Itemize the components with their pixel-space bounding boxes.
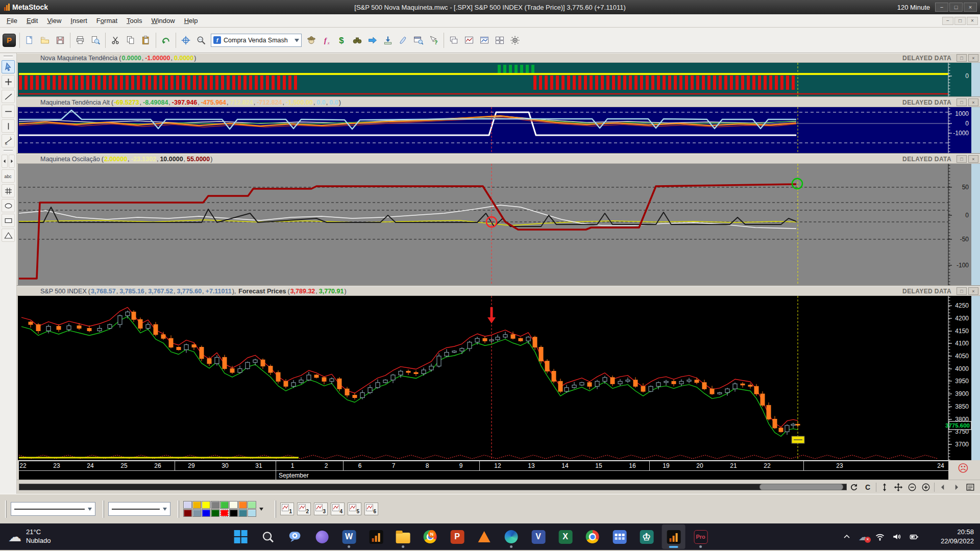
explorer-button[interactable] (304, 33, 319, 48)
menu-edit[interactable]: Edit (22, 15, 42, 26)
properties-button[interactable] (965, 482, 976, 493)
cascade-windows-button[interactable] (446, 33, 461, 48)
help-pointer-button[interactable]: ? (426, 33, 442, 48)
dollar-button[interactable]: $ (334, 33, 350, 48)
downloader-button[interactable] (380, 33, 396, 48)
new-chart-button[interactable] (22, 33, 37, 48)
minimize-button[interactable]: − (935, 3, 948, 12)
triangle-tool-button[interactable] (2, 229, 15, 242)
taskbar-app-chrome-n[interactable]: N (419, 524, 442, 549)
color-swatch[interactable] (192, 501, 201, 509)
p2-chart[interactable]: 10000-1000 (17, 107, 980, 153)
color-swatch[interactable] (238, 509, 247, 517)
sync-error-icon[interactable]: ☁× (859, 532, 868, 542)
color-swatch[interactable] (229, 509, 238, 517)
close-button[interactable]: × (964, 3, 977, 12)
sad-face-icon[interactable]: ☹ (958, 463, 969, 473)
menu-help[interactable]: Help (180, 15, 203, 26)
panel-close-button[interactable]: × (968, 98, 978, 106)
taskbar-app-app-purple[interactable] (310, 524, 334, 549)
rectangle-tool-button[interactable] (2, 214, 15, 227)
layout-template-button-1[interactable]: 1 (280, 503, 294, 515)
print-button[interactable] (72, 33, 88, 48)
taskbar-app-visio[interactable]: V (527, 524, 550, 549)
panel-restore-button[interactable]: □ (957, 287, 967, 295)
taskbar-app-pro[interactable]: Pro (689, 524, 713, 549)
color-swatch[interactable] (220, 509, 229, 517)
settings-gear-button[interactable] (507, 33, 523, 48)
nav-left-button[interactable] (2, 155, 8, 168)
grid-tool-button[interactable] (2, 184, 15, 197)
taskbar-app-chess[interactable]: ♔ (635, 524, 658, 549)
pointer-tool-button[interactable] (2, 60, 15, 73)
v-zoom-button[interactable] (879, 482, 890, 493)
menu-insert[interactable]: Insert (66, 15, 92, 26)
layout-template-button-2[interactable]: 2 (297, 503, 311, 515)
menu-window[interactable]: Window (146, 15, 179, 26)
layout-template-button-4[interactable]: 4 (331, 503, 345, 515)
color-swatch[interactable] (192, 509, 201, 517)
scrollbar-track[interactable] (19, 484, 847, 490)
layout-template-button-5[interactable]: 5 (348, 503, 361, 515)
scrollbar-thumb[interactable] (760, 484, 843, 490)
crosshair-tool-tool-button[interactable] (2, 75, 15, 88)
print-preview-button[interactable] (88, 33, 103, 48)
taskbar-app-excel[interactable]: X (554, 524, 577, 549)
layout-template-button-6[interactable]: 6 (364, 503, 378, 515)
weather-widget[interactable]: ☁ 21°C Nublado (8, 528, 51, 545)
panel-restore-button[interactable]: □ (957, 155, 967, 163)
child-restore-button[interactable]: □ (954, 17, 966, 25)
color-swatch[interactable] (183, 501, 192, 509)
chevron-up-button[interactable] (842, 532, 852, 542)
scan-binoculars-button[interactable] (350, 33, 365, 48)
color-swatch[interactable] (248, 501, 256, 509)
zoom-button[interactable] (193, 33, 209, 48)
line-weight-combobox[interactable] (108, 502, 170, 516)
horizontal-line-tool-button[interactable] (2, 105, 15, 118)
p4-chart[interactable]: 4250420041504100405040003950390038503800… (17, 296, 980, 460)
template-combobox[interactable]: f Compra Venda Smash (211, 34, 302, 47)
color-swatch[interactable] (202, 501, 210, 509)
page-left-button[interactable] (937, 482, 948, 493)
panel-close-button[interactable]: × (968, 155, 978, 163)
indicator-fx-button[interactable]: fx (319, 33, 334, 48)
forward-arrow-button[interactable] (365, 33, 380, 48)
open-chart-button[interactable] (37, 33, 53, 48)
refresh-button[interactable] (848, 482, 860, 493)
color-swatch[interactable] (211, 501, 219, 509)
power-console-button[interactable]: P (3, 34, 16, 47)
color-swatch[interactable] (202, 509, 210, 517)
taskbar-app-powerpoint[interactable]: P (446, 524, 469, 549)
panel-close-button[interactable]: × (968, 287, 978, 295)
volume-button[interactable] (892, 532, 902, 542)
cut-button[interactable] (108, 33, 123, 48)
taskbar-app-calculator[interactable] (608, 524, 631, 549)
restore-button[interactable]: □ (949, 3, 963, 12)
panel-close-button[interactable]: × (968, 54, 978, 62)
taskbar-clock[interactable]: 20:58 22/09/2022 (941, 528, 974, 545)
trendline-tool-button[interactable] (2, 90, 15, 103)
taskbar-app-chrome[interactable] (581, 524, 604, 549)
chart-window-b-button[interactable] (477, 33, 492, 48)
menu-format[interactable]: Format (92, 15, 122, 26)
vertical-line-tool-button[interactable] (2, 119, 15, 133)
battery-button[interactable] (909, 532, 919, 542)
color-swatch[interactable] (238, 501, 247, 509)
zoom-out-button[interactable] (906, 482, 918, 493)
taskbar-app-metastock[interactable] (364, 524, 388, 549)
panel-restore-button[interactable]: □ (957, 98, 967, 106)
color-swatch[interactable] (229, 501, 238, 509)
taskbar-app-vlc[interactable] (473, 524, 496, 549)
taskbar-app-metastock-active[interactable] (662, 524, 685, 549)
ellipse-tool-button[interactable] (2, 199, 15, 212)
child-close-button[interactable]: × (967, 17, 978, 25)
color-swatch[interactable] (220, 501, 229, 509)
paste-button[interactable] (138, 33, 154, 48)
save-button[interactable] (53, 33, 68, 48)
line-style-combobox[interactable] (11, 502, 95, 516)
p1-chart[interactable]: 0 (17, 63, 980, 96)
sl-line-tool-button[interactable]: SL (2, 134, 15, 147)
draw-pen-button[interactable] (396, 33, 411, 48)
crosshair-button[interactable] (178, 33, 193, 48)
color-swatch[interactable] (211, 509, 219, 517)
